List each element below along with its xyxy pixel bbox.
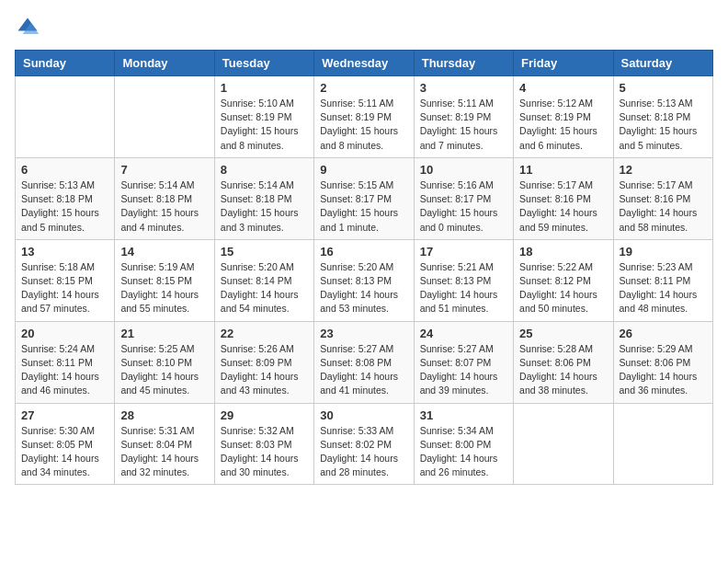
calendar-week-row: 6Sunrise: 5:13 AMSunset: 8:18 PMDaylight… xyxy=(16,157,713,239)
day-info: Sunrise: 5:13 AMSunset: 8:18 PMDaylight:… xyxy=(21,178,108,235)
day-info: Sunrise: 5:11 AMSunset: 8:19 PMDaylight:… xyxy=(420,97,507,153)
day-number: 1 xyxy=(221,81,308,95)
day-number: 5 xyxy=(620,81,707,95)
calendar-cell: 2Sunrise: 5:11 AMSunset: 8:19 PMDaylight… xyxy=(314,76,414,158)
day-info: Sunrise: 5:21 AMSunset: 8:13 PMDaylight:… xyxy=(420,260,507,316)
day-info: Sunrise: 5:34 AMSunset: 8:00 PMDaylight:… xyxy=(420,424,507,480)
day-number: 14 xyxy=(120,245,208,259)
day-info: Sunrise: 5:15 AMSunset: 8:17 PMDaylight:… xyxy=(320,178,407,235)
day-number: 4 xyxy=(519,81,607,95)
calendar-cell: 3Sunrise: 5:11 AMSunset: 8:19 PMDaylight… xyxy=(414,76,513,158)
day-number: 19 xyxy=(620,245,707,259)
day-info: Sunrise: 5:14 AMSunset: 8:18 PMDaylight:… xyxy=(120,178,208,235)
calendar-cell: 31Sunrise: 5:34 AMSunset: 8:00 PMDayligh… xyxy=(414,403,513,485)
day-number: 20 xyxy=(21,327,108,340)
day-number: 26 xyxy=(620,327,707,340)
calendar-week-row: 27Sunrise: 5:30 AMSunset: 8:05 PMDayligh… xyxy=(16,403,713,485)
day-number: 16 xyxy=(320,245,407,259)
day-number: 31 xyxy=(420,408,507,422)
day-number: 21 xyxy=(120,327,208,340)
day-number: 25 xyxy=(519,327,607,340)
logo xyxy=(15,15,44,40)
calendar-cell: 1Sunrise: 5:10 AMSunset: 8:19 PMDaylight… xyxy=(214,76,313,158)
calendar-cell: 23Sunrise: 5:27 AMSunset: 8:08 PMDayligh… xyxy=(314,321,414,403)
weekday-header-wednesday: Wednesday xyxy=(314,51,414,76)
day-info: Sunrise: 5:32 AMSunset: 8:03 PMDaylight:… xyxy=(221,424,308,480)
calendar-cell: 12Sunrise: 5:17 AMSunset: 8:16 PMDayligh… xyxy=(613,157,712,239)
day-number: 11 xyxy=(519,163,607,177)
weekday-header-friday: Friday xyxy=(514,51,613,76)
calendar-cell: 24Sunrise: 5:27 AMSunset: 8:07 PMDayligh… xyxy=(414,321,513,403)
day-info: Sunrise: 5:24 AMSunset: 8:11 PMDaylight:… xyxy=(21,342,108,398)
calendar-header-row: SundayMondayTuesdayWednesdayThursdayFrid… xyxy=(16,51,713,76)
day-number: 29 xyxy=(221,408,308,422)
calendar-cell xyxy=(514,403,613,485)
calendar-cell xyxy=(115,76,214,158)
calendar-cell: 16Sunrise: 5:20 AMSunset: 8:13 PMDayligh… xyxy=(314,239,414,321)
day-number: 18 xyxy=(519,245,607,259)
calendar-cell: 11Sunrise: 5:17 AMSunset: 8:16 PMDayligh… xyxy=(514,157,613,239)
weekday-header-thursday: Thursday xyxy=(414,51,513,76)
calendar-cell: 27Sunrise: 5:30 AMSunset: 8:05 PMDayligh… xyxy=(16,403,115,485)
day-number: 10 xyxy=(420,163,507,177)
calendar-table: SundayMondayTuesdayWednesdayThursdayFrid… xyxy=(15,50,713,485)
day-number: 13 xyxy=(21,245,108,259)
day-number: 12 xyxy=(620,163,707,177)
day-info: Sunrise: 5:11 AMSunset: 8:19 PMDaylight:… xyxy=(320,97,407,153)
day-info: Sunrise: 5:17 AMSunset: 8:16 PMDaylight:… xyxy=(519,178,607,235)
day-info: Sunrise: 5:33 AMSunset: 8:02 PMDaylight:… xyxy=(320,424,407,480)
day-info: Sunrise: 5:19 AMSunset: 8:15 PMDaylight:… xyxy=(120,260,208,316)
calendar-cell: 20Sunrise: 5:24 AMSunset: 8:11 PMDayligh… xyxy=(16,321,115,403)
calendar-cell: 22Sunrise: 5:26 AMSunset: 8:09 PMDayligh… xyxy=(214,321,313,403)
calendar-week-row: 1Sunrise: 5:10 AMSunset: 8:19 PMDaylight… xyxy=(16,76,713,158)
day-number: 17 xyxy=(420,245,507,259)
day-number: 7 xyxy=(120,163,208,177)
page-header xyxy=(15,15,713,40)
calendar-cell: 21Sunrise: 5:25 AMSunset: 8:10 PMDayligh… xyxy=(115,321,214,403)
day-info: Sunrise: 5:12 AMSunset: 8:19 PMDaylight:… xyxy=(519,97,607,153)
day-info: Sunrise: 5:18 AMSunset: 8:15 PMDaylight:… xyxy=(21,260,108,316)
day-number: 28 xyxy=(120,408,208,422)
weekday-header-tuesday: Tuesday xyxy=(214,51,313,76)
day-number: 9 xyxy=(320,163,407,177)
calendar-cell: 6Sunrise: 5:13 AMSunset: 8:18 PMDaylight… xyxy=(16,157,115,239)
calendar-cell: 13Sunrise: 5:18 AMSunset: 8:15 PMDayligh… xyxy=(16,239,115,321)
calendar-cell: 5Sunrise: 5:13 AMSunset: 8:18 PMDaylight… xyxy=(613,76,712,158)
day-info: Sunrise: 5:31 AMSunset: 8:04 PMDaylight:… xyxy=(120,424,208,480)
calendar-cell: 25Sunrise: 5:28 AMSunset: 8:06 PMDayligh… xyxy=(514,321,613,403)
day-info: Sunrise: 5:25 AMSunset: 8:10 PMDaylight:… xyxy=(120,342,208,398)
day-info: Sunrise: 5:26 AMSunset: 8:09 PMDaylight:… xyxy=(221,342,308,398)
day-info: Sunrise: 5:29 AMSunset: 8:06 PMDaylight:… xyxy=(620,342,707,398)
weekday-header-saturday: Saturday xyxy=(613,51,712,76)
calendar-cell: 26Sunrise: 5:29 AMSunset: 8:06 PMDayligh… xyxy=(613,321,712,403)
day-number: 24 xyxy=(420,327,507,340)
day-info: Sunrise: 5:30 AMSunset: 8:05 PMDaylight:… xyxy=(21,424,108,480)
logo-icon xyxy=(15,15,40,40)
calendar-cell: 14Sunrise: 5:19 AMSunset: 8:15 PMDayligh… xyxy=(115,239,214,321)
calendar-cell: 17Sunrise: 5:21 AMSunset: 8:13 PMDayligh… xyxy=(414,239,513,321)
day-info: Sunrise: 5:27 AMSunset: 8:08 PMDaylight:… xyxy=(320,342,407,398)
day-info: Sunrise: 5:16 AMSunset: 8:17 PMDaylight:… xyxy=(420,178,507,235)
calendar-cell: 29Sunrise: 5:32 AMSunset: 8:03 PMDayligh… xyxy=(214,403,313,485)
day-info: Sunrise: 5:22 AMSunset: 8:12 PMDaylight:… xyxy=(519,260,607,316)
day-number: 15 xyxy=(221,245,308,259)
day-info: Sunrise: 5:10 AMSunset: 8:19 PMDaylight:… xyxy=(221,97,308,153)
calendar-cell: 10Sunrise: 5:16 AMSunset: 8:17 PMDayligh… xyxy=(414,157,513,239)
calendar-cell: 4Sunrise: 5:12 AMSunset: 8:19 PMDaylight… xyxy=(514,76,613,158)
day-info: Sunrise: 5:13 AMSunset: 8:18 PMDaylight:… xyxy=(620,97,707,153)
calendar-cell: 7Sunrise: 5:14 AMSunset: 8:18 PMDaylight… xyxy=(115,157,214,239)
day-number: 2 xyxy=(320,81,407,95)
calendar-cell xyxy=(613,403,712,485)
day-number: 22 xyxy=(221,327,308,340)
day-info: Sunrise: 5:28 AMSunset: 8:06 PMDaylight:… xyxy=(519,342,607,398)
day-info: Sunrise: 5:20 AMSunset: 8:14 PMDaylight:… xyxy=(221,260,308,316)
day-info: Sunrise: 5:17 AMSunset: 8:16 PMDaylight:… xyxy=(620,178,707,235)
calendar-week-row: 13Sunrise: 5:18 AMSunset: 8:15 PMDayligh… xyxy=(16,239,713,321)
day-number: 8 xyxy=(221,163,308,177)
day-number: 6 xyxy=(21,163,108,177)
day-info: Sunrise: 5:23 AMSunset: 8:11 PMDaylight:… xyxy=(620,260,707,316)
day-number: 23 xyxy=(320,327,407,340)
calendar-cell xyxy=(16,76,115,158)
weekday-header-monday: Monday xyxy=(115,51,214,76)
calendar-cell: 28Sunrise: 5:31 AMSunset: 8:04 PMDayligh… xyxy=(115,403,214,485)
